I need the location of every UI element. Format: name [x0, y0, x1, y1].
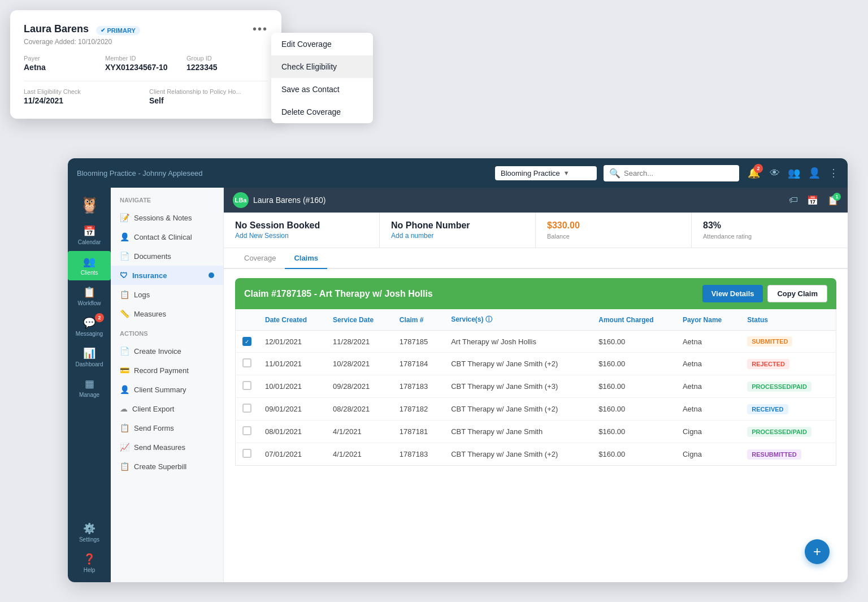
- messaging-icon: 💬: [83, 317, 96, 329]
- row-amount: $160.00: [592, 353, 676, 375]
- row-status: RECEIVED: [740, 398, 836, 421]
- users-icon[interactable]: 👥: [788, 167, 800, 179]
- sidebar-item-help[interactable]: ❓ Help: [68, 548, 111, 578]
- sidebar-item-messaging[interactable]: 💬 Messaging 2: [68, 312, 111, 341]
- card-more-button[interactable]: •••: [253, 23, 268, 36]
- row-amount: $160.00: [592, 331, 676, 353]
- row-checkbox[interactable]: ✓: [242, 337, 251, 346]
- relationship-field: Client Relationship to Policy Ho... Self: [149, 88, 268, 105]
- row-amount: $160.00: [592, 421, 676, 443]
- nav-contact-clinical[interactable]: 👤 Contact & Clinical: [111, 227, 223, 246]
- tab-bar: Coverage Claims: [224, 248, 848, 269]
- nav-send-measures[interactable]: 📈 Send Measures: [111, 438, 223, 457]
- search-input[interactable]: [624, 169, 734, 177]
- notification-badge[interactable]: 🔔 2: [746, 165, 762, 181]
- search-bar: 🔍: [604, 165, 739, 181]
- add-claim-button[interactable]: +: [805, 539, 830, 564]
- calendar-icon: 📅: [83, 225, 96, 237]
- row-checkbox[interactable]: [242, 358, 251, 367]
- payer-field: Payer Aetna: [24, 55, 105, 72]
- coverage-added: Coverage Added: 10/10/2020: [24, 38, 268, 46]
- nav-logs[interactable]: 📋 Logs: [111, 285, 223, 304]
- row-claim-num: 1787183: [393, 375, 444, 398]
- add-number-link[interactable]: Add a number: [391, 232, 524, 240]
- owl-icon: 🦉: [80, 196, 99, 214]
- list-add-badge[interactable]: 📋 1: [823, 195, 839, 206]
- eligibility-field: Last Eligibility Check 11/24/2021: [24, 88, 142, 105]
- row-service: CBT Therapy w/ Jane Smith (+2): [444, 443, 592, 466]
- tab-coverage[interactable]: Coverage: [235, 248, 285, 269]
- sidebar-item-settings[interactable]: ⚙️ Settings: [68, 518, 111, 547]
- th-payor: Payor Name: [676, 309, 740, 331]
- contact-icon: 👤: [120, 232, 129, 241]
- nav-client-export[interactable]: ☁ Client Export: [111, 399, 223, 418]
- row-claim-num: 1787184: [393, 353, 444, 375]
- sidebar-item-clients[interactable]: 👥 Clients: [68, 251, 111, 280]
- nav-insurance[interactable]: 🛡 Insurance: [111, 266, 223, 285]
- row-checkbox-cell: ✓: [236, 331, 259, 353]
- dashboard-icon: 📊: [83, 347, 96, 360]
- tab-claims[interactable]: Claims: [285, 248, 327, 269]
- settings-icon: ⚙️: [83, 522, 96, 535]
- row-checkbox-cell: [236, 375, 259, 398]
- dropdown-save-contact[interactable]: Save as Contact: [271, 78, 373, 101]
- row-payor: Aetna: [676, 375, 740, 398]
- sidebar-item-calendar[interactable]: 📅 Calendar: [68, 220, 111, 250]
- stat-phone-value: No Phone Number: [391, 220, 524, 231]
- status-badge: PROCESSED/PAID: [747, 427, 811, 437]
- practice-select-text: Blooming Practice: [501, 169, 560, 177]
- row-checkbox[interactable]: [242, 449, 251, 458]
- status-badge: RECEIVED: [747, 404, 788, 414]
- primary-badge: PRIMARY: [96, 26, 140, 35]
- row-checkbox[interactable]: [242, 381, 251, 390]
- eye-icon[interactable]: 👁: [770, 167, 780, 179]
- row-checkbox[interactable]: [242, 426, 251, 435]
- more-options-icon[interactable]: ⋮: [828, 167, 839, 179]
- nav-record-payment[interactable]: 💳 Record Payment: [111, 361, 223, 380]
- row-service-date: 4/1/2021: [326, 421, 393, 443]
- nav-measures[interactable]: 📏 Measures: [111, 304, 223, 323]
- calendar-add-icon[interactable]: 📅: [807, 195, 818, 206]
- th-date-created: Date Created: [258, 309, 326, 331]
- nav-create-invoice[interactable]: 📄 Create Invoice: [111, 341, 223, 361]
- add-user-icon[interactable]: 👤: [808, 167, 821, 179]
- sidebar: 🦉 📅 Calendar 👥 Clients 📋 Workflow 💬 Mess…: [68, 188, 111, 582]
- practice-select[interactable]: Blooming Practice ▼: [495, 166, 597, 180]
- row-checkbox[interactable]: [242, 404, 251, 413]
- insurance-active-dot: [209, 272, 214, 278]
- nav-client-summary[interactable]: 👤 Client Summary: [111, 380, 223, 399]
- row-payor: Cigna: [676, 421, 740, 443]
- documents-icon: 📄: [120, 252, 129, 261]
- app-logo: 🦉: [77, 192, 102, 217]
- row-date-created: 11/01/2021: [258, 353, 326, 375]
- sidebar-item-dashboard[interactable]: 📊 Dashboard: [68, 343, 111, 372]
- row-status: PROCESSED/PAID: [740, 375, 836, 398]
- tag-icon[interactable]: 🏷: [789, 195, 798, 205]
- stat-attendance: 83% Attendance rating: [692, 213, 848, 248]
- copy-claim-button[interactable]: Copy Claim: [767, 285, 827, 302]
- forms-icon: 📋: [120, 423, 129, 432]
- row-checkbox-cell: [236, 398, 259, 421]
- row-claim-num: 1787185: [393, 331, 444, 353]
- nav-sessions-notes[interactable]: 📝 Sessions & Notes: [111, 208, 223, 227]
- row-amount: $160.00: [592, 398, 676, 421]
- nav-send-forms[interactable]: 📋 Send Forms: [111, 418, 223, 438]
- row-status: REJECTED: [740, 353, 836, 375]
- nav-create-superbill[interactable]: 📋 Create Superbill: [111, 457, 223, 476]
- view-details-button[interactable]: View Details: [702, 285, 763, 302]
- dropdown-edit-coverage[interactable]: Edit Coverage: [271, 33, 373, 55]
- sidebar-item-manage[interactable]: ▦ Manage: [68, 373, 111, 402]
- add-session-link[interactable]: Add New Session: [235, 232, 368, 240]
- row-checkbox-cell: [236, 443, 259, 466]
- card-patient-name: Laura Barens: [24, 23, 89, 34]
- claim-title: Claim #1787185 - Art Therapy w/ Josh Hol…: [244, 289, 433, 299]
- row-status: PROCESSED/PAID: [740, 421, 836, 443]
- row-service-date: 09/28/2021: [326, 375, 393, 398]
- nav-documents[interactable]: 📄 Documents: [111, 246, 223, 266]
- sidebar-item-workflow[interactable]: 📋 Workflow: [68, 281, 111, 311]
- dropdown-delete-coverage[interactable]: Delete Coverage: [271, 101, 373, 123]
- card-bottom: Last Eligibility Check 11/24/2021 Client…: [24, 88, 268, 105]
- left-nav: Navigate 📝 Sessions & Notes 👤 Contact & …: [111, 188, 224, 582]
- dropdown-check-eligibility[interactable]: Check Eligibility: [271, 55, 373, 78]
- status-badge: PROCESSED/PAID: [747, 382, 811, 392]
